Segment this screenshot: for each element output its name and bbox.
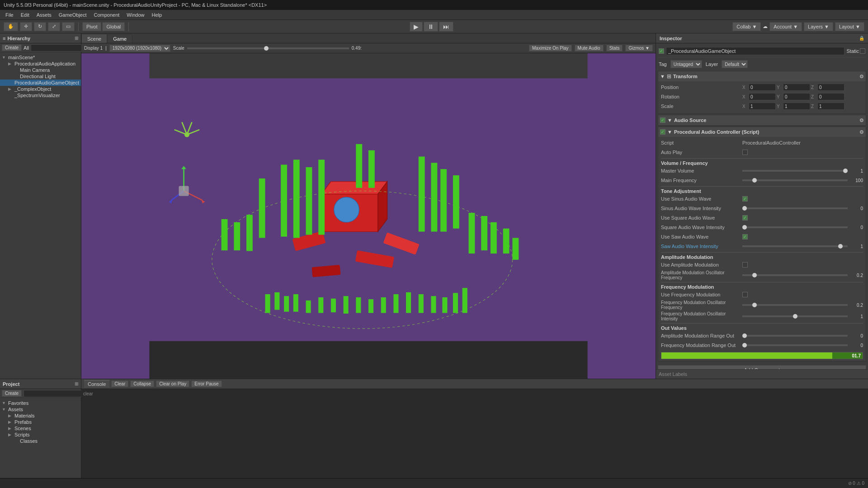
account-btn[interactable]: Account ▼ (769, 22, 802, 31)
scale-y-input[interactable] (783, 103, 810, 110)
audio-settings-icon[interactable]: ⚙ (859, 117, 864, 123)
cloud-icon[interactable]: ☁ (763, 23, 768, 29)
project-wing-btn[interactable]: ⊞ (75, 381, 78, 386)
freq-osc-intensity-slider[interactable] (742, 315, 848, 317)
tree-item-complexobj[interactable]: ▶ _ComplexObject (0, 86, 81, 92)
master-volume-slider[interactable] (742, 170, 848, 172)
rotate-tool-btn[interactable]: ↻ (34, 22, 46, 31)
project-search[interactable] (24, 390, 85, 397)
rect-tool-btn[interactable]: ▭ (62, 22, 75, 31)
move-tool-btn[interactable]: ✛ (20, 22, 32, 31)
tree-item-mainscene[interactable]: ▼ mainScene* (0, 54, 81, 61)
script-ref-row: Script ProceduralAudioController (661, 139, 863, 147)
use-square-checkbox[interactable]: ✓ (742, 215, 748, 221)
hierarchy-create-btn[interactable]: Create (2, 44, 22, 51)
use-sinus-checkbox[interactable]: ✓ (742, 196, 748, 202)
hand-tool-btn[interactable]: ✋ (4, 22, 18, 31)
pos-x-input[interactable] (749, 84, 776, 91)
freq-range-slider[interactable] (742, 344, 848, 346)
global-btn[interactable]: Global (102, 22, 125, 31)
script-settings-icon[interactable]: ⚙ (859, 129, 864, 135)
tab-scene[interactable]: Scene (81, 34, 107, 43)
audio-active-checkbox[interactable]: ✓ (660, 117, 665, 123)
pivot-btn[interactable]: Pivot (82, 22, 101, 31)
add-component-btn[interactable]: Add Component (658, 365, 866, 369)
menu-edit[interactable]: Edit (17, 11, 33, 19)
main-frequency-slider[interactable] (742, 179, 848, 181)
object-name-input[interactable] (666, 47, 844, 55)
tree-item-spectrumvis[interactable]: _SpectrumVisualizer (0, 92, 81, 99)
project-prefabs[interactable]: ▶ Prefabs (0, 419, 81, 425)
stats-btn[interactable]: Stats (606, 45, 623, 52)
mute-audio-btn[interactable]: Mute Audio (575, 45, 604, 52)
error-pause-btn[interactable]: Error Pause (191, 380, 222, 387)
tree-item-maincamera[interactable]: Main Camera (0, 67, 81, 73)
tab-game[interactable]: Game (107, 34, 132, 43)
project-assets[interactable]: ▼ Assets (0, 406, 81, 413)
menu-window[interactable]: Window (123, 11, 148, 19)
scale-z-input[interactable] (817, 103, 844, 110)
maximize-on-play-btn[interactable]: Maximize On Play (529, 45, 572, 52)
project-materials[interactable]: ▶ Materials (0, 413, 81, 419)
audio-source-header[interactable]: ✓ ▼ Audio Source ⚙ (658, 115, 866, 125)
project-favorites[interactable]: ▼ Favorites (0, 400, 81, 406)
console-panel: Console Clear Collapse Clear on Play Err… (81, 379, 868, 478)
saw-intensity-slider[interactable] (742, 245, 848, 247)
scale-slider[interactable] (187, 47, 349, 49)
use-frequency-checkbox[interactable] (742, 292, 748, 297)
layers-btn[interactable]: Layers ▼ (804, 22, 833, 31)
script-header[interactable]: ✓ ▼ Procedural Audio Controller (Script)… (658, 127, 866, 137)
amp-range-slider[interactable] (742, 335, 848, 337)
static-checkbox[interactable] (860, 48, 865, 54)
object-active-checkbox[interactable]: ✓ (659, 48, 664, 54)
hierarchy-wing-btn[interactable]: ⊞ (75, 36, 78, 41)
resolution-select[interactable]: 868x488 (868x488) (109, 45, 170, 52)
menu-component[interactable]: Component (90, 11, 123, 19)
project-classes[interactable]: Classes (0, 438, 81, 444)
play-btn[interactable]: ▶ (410, 22, 423, 32)
menu-gameobject[interactable]: GameObject (55, 11, 90, 19)
tree-item-audioobj[interactable]: ProceduralAudioGameObject (0, 80, 81, 86)
inspector-wing-btn[interactable]: 🔒 (859, 36, 864, 41)
clear-btn[interactable]: Clear (111, 380, 128, 387)
pos-z-input[interactable] (817, 84, 844, 91)
layout-btn[interactable]: Layout ▼ (835, 22, 864, 31)
use-sinus-row: Use Sinus Audio Wave ✓ (661, 195, 863, 203)
scale-tool-btn[interactable]: ⤢ (48, 22, 60, 31)
use-square-row: Use Square Audio Wave ✓ (661, 214, 863, 222)
rot-z-input[interactable] (817, 93, 844, 100)
amp-osc-freq-slider[interactable] (742, 274, 848, 276)
console-tab[interactable]: Console (84, 380, 109, 388)
scale-x-input[interactable] (749, 103, 776, 110)
tree-item-audioapp[interactable]: ▶ ProceduralAudioApplication (0, 61, 81, 67)
freq-osc-freq-slider[interactable] (742, 304, 848, 306)
svg-rect-17 (356, 144, 362, 188)
pause-btn[interactable]: ⏸ (424, 22, 438, 32)
step-btn[interactable]: ⏭ (439, 22, 453, 32)
pos-y-input[interactable] (783, 84, 810, 91)
rot-y-input[interactable] (783, 93, 810, 100)
project-create-btn[interactable]: Create (2, 390, 22, 397)
collab-btn[interactable]: Collab ▼ (732, 22, 761, 31)
auto-play-checkbox[interactable] (742, 150, 748, 155)
tree-item-directionallight[interactable]: Directional Light (0, 73, 81, 80)
tag-select[interactable]: Untagged (670, 60, 702, 68)
use-amplitude-checkbox[interactable] (742, 262, 748, 267)
sinus-intensity-slider[interactable] (742, 207, 848, 209)
rot-x-input[interactable] (749, 93, 776, 100)
project-scripts[interactable]: ▶ Scripts (0, 432, 81, 438)
menu-file[interactable]: File (2, 11, 17, 19)
menu-help[interactable]: Help (148, 11, 165, 19)
project-scenes[interactable]: ▶ Scenes (0, 425, 81, 432)
gizmos-btn[interactable]: Gizmos ▼ (625, 45, 653, 52)
collapse-btn[interactable]: Collapse (130, 380, 154, 387)
clear-on-play-btn[interactable]: Clear on Play (156, 380, 189, 387)
transform-header[interactable]: ▼ ⊞ Transform ⚙ (658, 71, 866, 81)
layer-select[interactable]: Default (722, 60, 748, 68)
transform-settings-icon[interactable]: ⚙ (859, 74, 864, 80)
square-intensity-slider[interactable] (742, 226, 848, 228)
use-saw-checkbox[interactable]: ✓ (742, 234, 748, 239)
script-active-checkbox[interactable]: ✓ (660, 129, 665, 135)
square-intensity-slider-container: 0 (742, 225, 863, 230)
menu-assets[interactable]: Assets (33, 11, 55, 19)
